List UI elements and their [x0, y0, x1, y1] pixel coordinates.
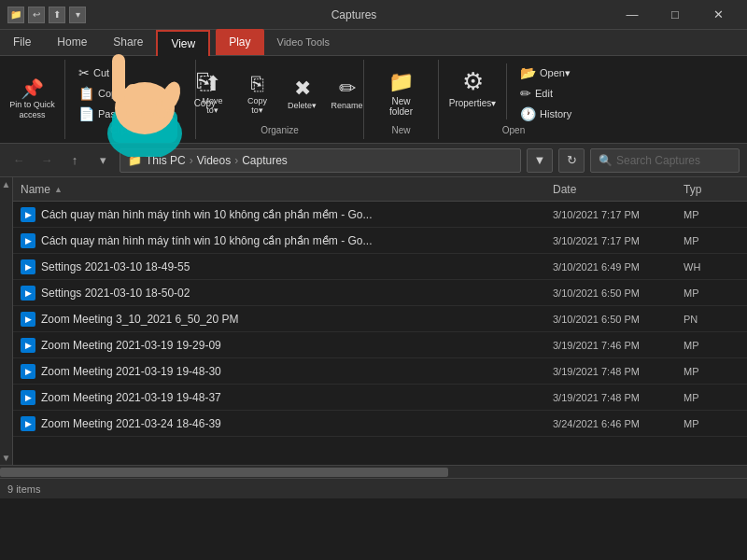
- group-label-new: New: [391, 123, 410, 135]
- file-type: MP: [684, 340, 740, 351]
- scroll-up-arrow[interactable]: ▲: [0, 177, 12, 191]
- pin-icon: 📌: [21, 77, 44, 100]
- table-row[interactable]: ▶ Cách quay màn hình máy tính win 10 khô…: [13, 202, 747, 228]
- path-videos[interactable]: Videos: [197, 154, 231, 167]
- refresh-button[interactable]: ↻: [558, 148, 585, 173]
- properties-button[interactable]: ⚙ Properties▾: [446, 63, 499, 112]
- file-video-icon: ▶: [21, 338, 35, 353]
- close-button[interactable]: ✕: [697, 0, 740, 30]
- file-type: MP: [684, 418, 740, 429]
- address-path[interactable]: 📁 This PC › Videos › Captures: [120, 148, 521, 173]
- file-table: Name ▲ Date Typ ▶ Cách quay màn hình máy…: [13, 177, 747, 465]
- column-date[interactable]: Date: [553, 183, 684, 196]
- copy-to-button[interactable]: ⎘ Copy to▾: [237, 68, 278, 119]
- undo-icon[interactable]: ↩: [28, 7, 45, 23]
- dropdown-icon[interactable]: ▾: [69, 7, 86, 23]
- path-captures[interactable]: Captures: [242, 154, 288, 167]
- window-controls: — □ ✕: [611, 0, 740, 30]
- quick-access-icon[interactable]: 📁: [7, 7, 24, 23]
- pin-to-quickaccess-button[interactable]: 📌 Pin to Quick access: [8, 77, 57, 120]
- edit-button[interactable]: ✏ Edit: [514, 84, 577, 103]
- table-row[interactable]: ▶ Settings 2021-03-10 18-50-02 3/10/2021…: [13, 280, 747, 306]
- tab-video-tools[interactable]: Video Tools: [264, 29, 343, 55]
- file-date: 3/10/2021 7:17 PM: [553, 209, 684, 220]
- file-date: 3/10/2021 6:50 PM: [553, 314, 684, 325]
- ribbon-tabs: File Home Share View Play Video Tools: [0, 30, 747, 56]
- path-dropdown-button[interactable]: ▼: [527, 148, 553, 173]
- file-name-cell: ▶ Cách quay màn hình máy tính win 10 khô…: [21, 207, 553, 222]
- back-button[interactable]: ←: [7, 149, 30, 172]
- group-label-clipboard: clipboard: [110, 123, 150, 135]
- file-name-cell: ▶ Settings 2021-03-10 18-49-55: [21, 259, 553, 274]
- table-row[interactable]: ▶ Zoom Meeting 2021-03-19 19-29-09 3/19/…: [13, 332, 747, 358]
- bottom-scrollbar[interactable]: [0, 465, 747, 478]
- ribbon: 📌 Pin to Quick access ✂ Cut 📋 Copy pat: [0, 56, 747, 144]
- tab-play[interactable]: Play: [216, 29, 263, 55]
- file-type: MP: [684, 235, 740, 246]
- cut-button[interactable]: ✂ Cut: [73, 63, 169, 82]
- new-folder-icon: 📁: [388, 70, 414, 94]
- up-button[interactable]: ↑: [63, 149, 86, 172]
- rename-icon: ✏: [339, 77, 356, 101]
- copy-path-button[interactable]: 📋 Copy path: [73, 84, 169, 103]
- file-video-icon: ▶: [21, 364, 35, 379]
- table-row[interactable]: ▶ Cách quay màn hình máy tính win 10 khô…: [13, 228, 747, 254]
- maximize-button[interactable]: □: [654, 0, 697, 30]
- delete-button[interactable]: ✖ Delete▾: [282, 73, 323, 114]
- history-button[interactable]: 🕐 History: [514, 105, 577, 123]
- table-row[interactable]: ▶ Settings 2021-03-10 18-49-55 3/10/2021…: [13, 254, 747, 280]
- table-row[interactable]: ▶ Zoom Meeting 2021-03-19 19-48-30 3/19/…: [13, 358, 747, 385]
- paste-shortcut-button[interactable]: 📄 Paste shortcut: [73, 105, 169, 123]
- file-area: ▲ ▼ Name ▲ Date Typ ▶ Cá: [0, 177, 747, 465]
- file-name-cell: ▶ Zoom Meeting 2021-03-24 18-46-39: [21, 416, 553, 431]
- file-type: MP: [684, 392, 740, 403]
- file-name: Settings 2021-03-10 18-50-02: [41, 287, 190, 300]
- cut-icon: ✂: [78, 65, 90, 80]
- tab-view[interactable]: View: [156, 30, 210, 56]
- file-video-icon: ▶: [21, 207, 35, 222]
- path-this-pc[interactable]: This PC: [146, 154, 186, 167]
- tab-share[interactable]: Share: [100, 29, 156, 55]
- column-name[interactable]: Name ▲: [21, 183, 553, 196]
- table-row[interactable]: ▶ Zoom Meeting 3_10_2021 6_50_20 PM 3/10…: [13, 306, 747, 332]
- left-scroll: ▲ ▼: [0, 177, 13, 465]
- move-icon: ⬆: [204, 72, 221, 96]
- minimize-button[interactable]: —: [611, 0, 654, 30]
- new-folder-button[interactable]: 📁 Newfolder: [381, 66, 422, 120]
- status-bar: 9 items: [0, 478, 747, 498]
- scroll-down-arrow[interactable]: ▼: [0, 451, 12, 465]
- file-name: Zoom Meeting 3_10_2021 6_50_20 PM: [41, 313, 238, 326]
- path-sep-1: ›: [190, 154, 193, 167]
- search-placeholder: Search Captures: [616, 154, 700, 167]
- scroll-thumb[interactable]: [0, 468, 448, 477]
- column-type[interactable]: Typ: [684, 183, 740, 196]
- table-row[interactable]: ▶ Zoom Meeting 2021-03-24 18-46-39 3/24/…: [13, 411, 747, 437]
- file-name: Cách quay màn hình máy tính win 10 không…: [41, 234, 373, 247]
- file-name: Zoom Meeting 2021-03-24 18-46-39: [41, 417, 221, 430]
- horizontal-scroll[interactable]: [0, 467, 747, 478]
- file-name: Zoom Meeting 2021-03-19 19-29-09: [41, 339, 221, 352]
- table-row[interactable]: ▶ Zoom Meeting 2021-03-19 19-48-37 3/19/…: [13, 385, 747, 411]
- file-type: MP: [684, 366, 740, 377]
- forward-button[interactable]: →: [35, 149, 58, 172]
- open-small-buttons: 📂 Open▾ ✏ Edit 🕐 History: [514, 63, 577, 123]
- file-video-icon: ▶: [21, 416, 35, 431]
- tab-home[interactable]: Home: [44, 29, 100, 55]
- tab-file[interactable]: File: [0, 29, 44, 55]
- rename-button[interactable]: ✏ Rename: [327, 73, 368, 114]
- file-video-icon: ▶: [21, 390, 35, 405]
- recent-locations-button[interactable]: ▾: [92, 149, 114, 172]
- file-video-icon: ▶: [21, 286, 35, 301]
- file-type: WH: [684, 261, 740, 273]
- file-date: 3/10/2021 7:17 PM: [553, 235, 684, 246]
- search-box[interactable]: 🔍 Search Captures: [590, 148, 740, 173]
- file-date: 3/10/2021 6:49 PM: [553, 261, 684, 273]
- search-icon: 🔍: [599, 154, 613, 167]
- copy-to-icon: ⎘: [251, 72, 263, 96]
- file-video-icon: ▶: [21, 233, 35, 248]
- open-icon: 📂: [520, 65, 536, 80]
- move-to-button[interactable]: ⬆ Move to▾: [192, 68, 233, 119]
- file-type: MP: [684, 209, 740, 220]
- folder-up-icon[interactable]: ⬆: [49, 7, 65, 23]
- open-button[interactable]: 📂 Open▾: [514, 63, 577, 82]
